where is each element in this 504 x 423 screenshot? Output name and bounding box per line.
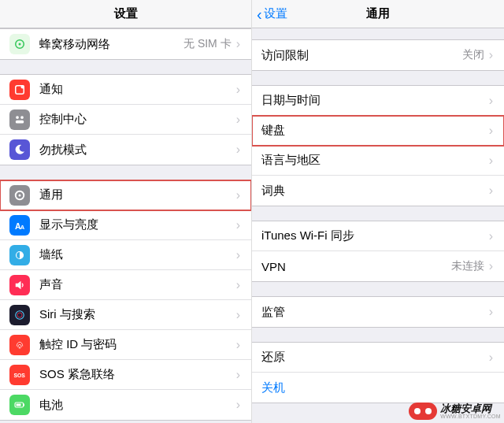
back-button[interactable]: ‹ 设置 [257, 6, 287, 22]
vpn-value: 未连接 [451, 259, 484, 273]
shutdown-label: 关机 [261, 380, 493, 395]
gear-icon [9, 185, 30, 206]
back-chevron-icon: ‹ [257, 6, 262, 22]
touchid-icon [9, 335, 30, 355]
row-restrictions[interactable]: 访问限制 关闭 › [252, 40, 504, 70]
page-title: 设置 [114, 6, 138, 21]
sos-icon: SOS [9, 365, 30, 385]
sound-label: 声音 [39, 277, 236, 292]
row-control-center[interactable]: 控制中心 › [0, 105, 251, 135]
display-label: 显示与亮度 [39, 217, 236, 232]
itunes-label: iTunes Wi-Fi 同步 [261, 228, 489, 243]
datetime-label: 日期与时间 [261, 93, 489, 108]
chevron-icon: › [236, 143, 240, 157]
svg-rect-6 [16, 120, 24, 123]
siri-label: Siri 与搜索 [39, 307, 236, 322]
chevron-icon: › [489, 351, 493, 365]
chevron-icon: › [236, 188, 240, 202]
row-notifications[interactable]: 通知 › [0, 75, 251, 105]
chevron-icon: › [489, 229, 493, 243]
sos-label: SOS 紧急联络 [39, 367, 236, 382]
cellular-label: 蜂窝移动网络 [39, 37, 183, 52]
chevron-icon: › [236, 368, 240, 382]
notifications-icon [9, 80, 30, 100]
row-itunes-sync[interactable]: iTunes Wi-Fi 同步 › [252, 221, 504, 251]
chevron-icon: › [489, 154, 493, 168]
chevron-icon: › [489, 259, 493, 273]
row-siri[interactable]: Siri 与搜索 › [0, 300, 251, 330]
touchid-label: 触控 ID 与密码 [39, 337, 236, 352]
chevron-icon: › [236, 278, 240, 292]
svg-rect-16 [24, 404, 25, 406]
control-center-label: 控制中心 [39, 112, 236, 127]
watermark: 冰糖安卓网 WWW.BTXTDMY.COM [409, 403, 501, 420]
sound-icon [9, 275, 30, 295]
watermark-line2: WWW.BTXTDMY.COM [440, 414, 501, 419]
row-reset[interactable]: 还原 › [252, 343, 504, 373]
siri-icon [9, 305, 30, 325]
cellular-value: 无 SIM 卡 [183, 37, 232, 51]
chevron-icon: › [236, 37, 240, 51]
row-profiles[interactable]: 监管 › [252, 297, 504, 327]
chevron-icon: › [236, 308, 240, 322]
dnd-label: 勿扰模式 [39, 143, 236, 158]
svg-point-13 [17, 313, 22, 317]
left-header: 设置 [0, 0, 251, 28]
wallpaper-label: 墙纸 [39, 247, 236, 262]
svg-point-1 [19, 43, 21, 46]
chevron-icon: › [489, 94, 493, 108]
row-cellular[interactable]: 蜂窝移动网络 无 SIM 卡 › [0, 29, 251, 59]
row-dictionary[interactable]: 词典 › [252, 176, 504, 206]
svg-point-12 [16, 310, 24, 319]
display-icon: AA [9, 215, 30, 236]
row-datetime[interactable]: 日期与时间 › [252, 86, 504, 116]
row-dnd[interactable]: 勿扰模式 › [0, 135, 251, 165]
battery-icon [9, 395, 30, 415]
back-label: 设置 [264, 6, 287, 21]
svg-rect-17 [17, 404, 21, 406]
reset-label: 还原 [261, 350, 489, 365]
row-sos[interactable]: SOS SOS 紧急联络 › [0, 360, 251, 390]
row-touchid[interactable]: 触控 ID 与密码 › [0, 330, 251, 360]
chevron-icon: › [236, 338, 240, 352]
chevron-icon: › [236, 113, 240, 127]
row-language[interactable]: 语言与地区 › [252, 146, 504, 176]
general-label: 通用 [39, 187, 236, 202]
keyboard-label: 键盘 [261, 123, 489, 138]
row-vpn[interactable]: VPN 未连接 › [252, 251, 504, 281]
svg-text:A: A [20, 223, 25, 230]
watermark-icon [409, 403, 437, 420]
page-title: 通用 [366, 6, 390, 21]
svg-text:SOS: SOS [14, 373, 26, 378]
row-general[interactable]: 通用 › [0, 180, 251, 210]
chevron-icon: › [236, 248, 240, 262]
right-header: ‹ 设置 通用 [252, 0, 504, 28]
cellular-icon [9, 34, 30, 54]
row-sound[interactable]: 声音 › [0, 270, 251, 300]
chevron-icon: › [236, 218, 240, 232]
profiles-label: 监管 [261, 305, 489, 320]
dnd-icon [9, 139, 30, 160]
battery-label: 电池 [39, 398, 236, 413]
row-keyboard[interactable]: 键盘 › [252, 116, 504, 146]
row-display[interactable]: AA 显示与亮度 › [0, 210, 251, 240]
vpn-label: VPN [261, 260, 451, 273]
language-label: 语言与地区 [261, 153, 489, 168]
svg-point-3 [21, 85, 25, 89]
chevron-icon: › [236, 398, 240, 412]
restrictions-label: 访问限制 [261, 48, 462, 63]
dictionary-label: 词典 [261, 184, 489, 199]
svg-point-8 [19, 194, 21, 196]
restrictions-value: 关闭 [462, 48, 484, 62]
row-wallpaper[interactable]: 墙纸 › [0, 240, 251, 270]
svg-point-5 [20, 116, 24, 119]
row-battery[interactable]: 电池 › [0, 390, 251, 420]
row-shutdown[interactable]: 关机 [252, 373, 504, 403]
general-panel: ‹ 设置 通用 访问限制 关闭 › 日期与时间 › 键盘 › [252, 0, 504, 423]
chevron-icon: › [489, 184, 493, 198]
settings-panel: 设置 蜂窝移动网络 无 SIM 卡 › 通知 [0, 0, 252, 423]
notifications-label: 通知 [39, 82, 236, 97]
svg-point-4 [16, 116, 19, 119]
chevron-icon: › [489, 305, 493, 319]
chevron-icon: › [489, 48, 493, 62]
